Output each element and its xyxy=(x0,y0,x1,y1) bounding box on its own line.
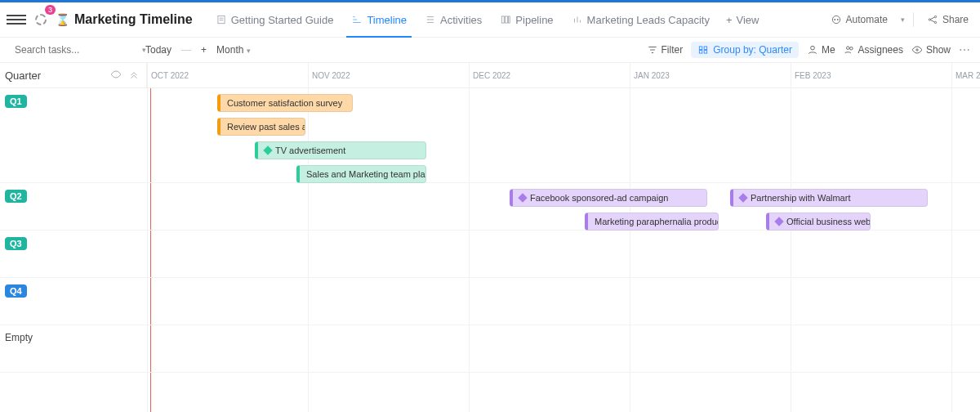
notification-badge[interactable]: 3 xyxy=(45,5,56,15)
svg-point-18 xyxy=(929,19,930,20)
timeline-row: Q1 xyxy=(0,88,980,183)
zoom-in-button[interactable]: + xyxy=(201,44,207,56)
task-bar[interactable]: Review past sales and... xyxy=(217,118,305,136)
svg-point-30 xyxy=(811,46,815,50)
group-title: Quarter xyxy=(5,69,110,82)
quarter-badge: Q3 xyxy=(5,237,27,250)
diamond-icon xyxy=(774,217,783,226)
zoom-out-button[interactable]: — xyxy=(181,44,191,56)
menu-button[interactable] xyxy=(7,10,26,29)
task-bar[interactable]: Customer satisfaction survey xyxy=(217,94,353,112)
task-label: Review past sales and... xyxy=(227,122,305,132)
tab-label: Timeline xyxy=(367,14,407,26)
svg-rect-0 xyxy=(218,16,225,23)
toolbar: ▾ Today — + Month ▾ Filter Group by: Qua… xyxy=(0,38,980,63)
quarter-badge: Q4 xyxy=(5,284,27,298)
diamond-icon xyxy=(738,193,747,202)
tab-marketing-leads-capacity[interactable]: Marketing Leads Capacity xyxy=(564,7,718,33)
task-bar[interactable]: Partnership with Walmart xyxy=(730,189,928,207)
eye-icon xyxy=(911,44,923,56)
svg-point-15 xyxy=(832,16,840,23)
svg-rect-11 xyxy=(509,16,510,23)
chevron-down-icon[interactable]: ▾ xyxy=(901,16,905,24)
chevron-down-icon: ▾ xyxy=(247,47,251,55)
search-wrap: ▾ xyxy=(10,44,140,56)
task-bar[interactable]: Sales and Marketing team plann... xyxy=(296,165,426,183)
today-button[interactable]: Today xyxy=(145,44,172,56)
svg-point-32 xyxy=(849,47,853,51)
group-by-button[interactable]: Group by: Quarter xyxy=(691,42,799,58)
collapse-all-button[interactable] xyxy=(128,69,140,83)
show-button[interactable]: Show xyxy=(911,44,951,56)
svg-point-19 xyxy=(934,16,936,17)
tab-getting-started-guide[interactable]: Getting Started Guide xyxy=(207,7,342,33)
user-icon xyxy=(807,44,818,56)
more-button[interactable]: ⋯ xyxy=(959,43,970,56)
me-label: Me xyxy=(822,44,835,56)
row-label[interactable]: Q2 xyxy=(0,183,147,230)
zoom-select[interactable]: Month ▾ xyxy=(216,44,251,56)
task-label: Partnership with Walmart xyxy=(751,193,850,203)
svg-rect-28 xyxy=(700,51,703,54)
automate-label: Automate xyxy=(846,14,888,25)
task-bar[interactable]: Facebook sponsored-ad campaign xyxy=(510,189,707,207)
add-view-label: View xyxy=(737,14,760,26)
zoom-label: Month xyxy=(216,44,243,56)
svg-point-17 xyxy=(837,19,838,20)
month-header: NOV 2022 xyxy=(308,63,469,87)
page-title: Marketing Timeline xyxy=(74,12,193,27)
group-icon xyxy=(697,44,709,56)
loading-icon xyxy=(35,14,47,25)
svg-rect-9 xyxy=(502,16,505,23)
task-label: Customer satisfaction survey xyxy=(227,98,342,108)
tab-label: Marketing Leads Capacity xyxy=(587,14,710,26)
row-label[interactable]: Q4 xyxy=(0,278,147,325)
share-button[interactable]: Share xyxy=(922,11,973,29)
timeline-header: Quarter OCT 2022NOV 2022DEC 2022JAN 2023… xyxy=(0,63,980,88)
month-header: FEB 2023 xyxy=(791,63,951,87)
tab-label: Pipeline xyxy=(515,14,553,26)
svg-rect-26 xyxy=(700,47,703,50)
users-icon xyxy=(844,44,855,56)
app-switcher[interactable]: 3 xyxy=(31,10,51,29)
add-view-button[interactable]: + View xyxy=(718,7,768,33)
row-label[interactable]: Q1 xyxy=(0,88,147,182)
row-label[interactable]: Empty xyxy=(0,325,147,372)
share-icon xyxy=(927,14,938,25)
diamond-icon xyxy=(518,193,527,202)
group-by-label: Group by: Quarter xyxy=(713,44,792,56)
month-header: JAN 2023 xyxy=(630,63,791,87)
svg-rect-29 xyxy=(704,51,707,54)
month-header: OCT 2022 xyxy=(147,63,308,87)
task-bar[interactable]: TV advertisement xyxy=(255,141,426,159)
filter-icon xyxy=(647,44,658,56)
tab-activities[interactable]: Activities xyxy=(416,7,490,33)
show-label: Show xyxy=(926,44,951,56)
tab-label: Activities xyxy=(440,14,482,26)
svg-point-31 xyxy=(846,47,849,50)
task-bar[interactable]: Official business webs... xyxy=(766,213,871,231)
hourglass-icon: ⌛ xyxy=(56,13,69,26)
diamond-icon xyxy=(263,146,272,154)
task-label: Facebook sponsored-ad campaign xyxy=(530,193,668,203)
task-bar[interactable]: Marketing paraphernalia productio... xyxy=(585,213,719,231)
automate-button[interactable]: Automate xyxy=(826,11,893,29)
view-tabs: Getting Started GuideTimelineActivitiesP… xyxy=(207,7,718,33)
tab-pipeline[interactable]: Pipeline xyxy=(492,7,561,33)
filter-button[interactable]: Filter xyxy=(647,44,684,56)
divider xyxy=(913,12,914,27)
visibility-toggle[interactable] xyxy=(110,69,122,83)
search-input[interactable] xyxy=(15,44,137,56)
timeline-row: Empty xyxy=(0,325,980,373)
row-label[interactable]: Q3 xyxy=(0,231,147,277)
robot-icon xyxy=(831,14,842,25)
me-button[interactable]: Me xyxy=(807,44,835,56)
svg-point-16 xyxy=(834,19,835,20)
timeline-row: Q4 xyxy=(0,278,980,325)
svg-rect-27 xyxy=(704,47,707,50)
share-label: Share xyxy=(942,14,969,25)
task-label: Sales and Marketing team plann... xyxy=(306,169,426,179)
svg-point-33 xyxy=(916,49,918,51)
assignees-button[interactable]: Assignees xyxy=(844,44,903,56)
tab-timeline[interactable]: Timeline xyxy=(343,7,415,33)
